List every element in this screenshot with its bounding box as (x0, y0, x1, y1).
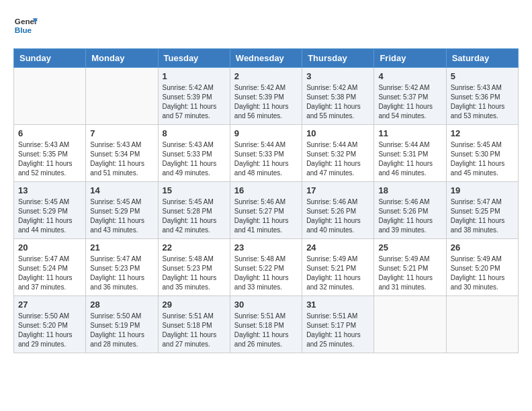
calendar-cell (14, 68, 86, 125)
logo: General Blue (13, 13, 38, 38)
day-info: Sunrise: 5:45 AMSunset: 5:29 PMDaylight:… (90, 197, 153, 235)
weekday-header-monday: Monday (86, 49, 158, 68)
day-number: 22 (163, 242, 226, 253)
calendar-cell: 26Sunrise: 5:49 AMSunset: 5:20 PMDayligh… (446, 239, 518, 296)
day-number: 30 (234, 300, 298, 310)
calendar-cell: 6Sunrise: 5:43 AMSunset: 5:35 PMDaylight… (14, 125, 86, 182)
day-number: 15 (163, 185, 226, 195)
day-number: 8 (163, 128, 226, 138)
day-info: Sunrise: 5:50 AMSunset: 5:19 PMDaylight:… (90, 312, 153, 349)
day-info: Sunrise: 5:42 AMSunset: 5:37 PMDaylight:… (378, 83, 441, 121)
calendar-cell: 30Sunrise: 5:51 AMSunset: 5:18 PMDayligh… (230, 296, 302, 353)
calendar-cell: 2Sunrise: 5:42 AMSunset: 5:39 PMDaylight… (230, 68, 302, 125)
calendar-cell: 29Sunrise: 5:51 AMSunset: 5:18 PMDayligh… (158, 296, 230, 353)
weekday-header-sunday: Sunday (14, 49, 86, 68)
page-header: General Blue (13, 13, 519, 38)
calendar-cell: 1Sunrise: 5:42 AMSunset: 5:39 PMDaylight… (158, 68, 230, 125)
day-number: 19 (451, 185, 514, 195)
day-number: 12 (451, 128, 514, 138)
calendar-cell: 4Sunrise: 5:42 AMSunset: 5:37 PMDaylight… (374, 68, 446, 125)
calendar-cell: 31Sunrise: 5:51 AMSunset: 5:17 PMDayligh… (302, 296, 374, 353)
weekday-header-tuesday: Tuesday (158, 49, 230, 68)
calendar-cell: 17Sunrise: 5:46 AMSunset: 5:26 PMDayligh… (302, 182, 374, 239)
weekday-header-friday: Friday (374, 49, 446, 68)
calendar-cell: 3Sunrise: 5:42 AMSunset: 5:38 PMDaylight… (302, 68, 374, 125)
calendar-cell: 22Sunrise: 5:48 AMSunset: 5:23 PMDayligh… (158, 239, 230, 296)
calendar-cell: 5Sunrise: 5:43 AMSunset: 5:36 PMDaylight… (446, 68, 518, 125)
weekday-header-wednesday: Wednesday (230, 49, 302, 68)
day-info: Sunrise: 5:49 AMSunset: 5:20 PMDaylight:… (451, 255, 514, 292)
day-info: Sunrise: 5:43 AMSunset: 5:35 PMDaylight:… (18, 140, 81, 178)
day-info: Sunrise: 5:47 AMSunset: 5:25 PMDaylight:… (451, 197, 514, 235)
day-number: 4 (378, 71, 441, 81)
day-info: Sunrise: 5:50 AMSunset: 5:20 PMDaylight:… (18, 312, 81, 349)
day-number: 11 (378, 128, 441, 138)
svg-text:Blue: Blue (15, 26, 32, 34)
day-number: 1 (163, 71, 226, 81)
day-number: 23 (234, 242, 298, 253)
day-info: Sunrise: 5:48 AMSunset: 5:23 PMDaylight:… (163, 255, 226, 292)
logo-icon: General Blue (13, 13, 38, 38)
calendar-cell: 19Sunrise: 5:47 AMSunset: 5:25 PMDayligh… (446, 182, 518, 239)
day-info: Sunrise: 5:48 AMSunset: 5:22 PMDaylight:… (234, 255, 298, 292)
day-number: 6 (18, 128, 81, 138)
calendar-cell: 13Sunrise: 5:45 AMSunset: 5:29 PMDayligh… (14, 182, 86, 239)
day-number: 3 (306, 71, 369, 81)
calendar-cell: 12Sunrise: 5:45 AMSunset: 5:30 PMDayligh… (446, 125, 518, 182)
day-number: 14 (90, 185, 153, 195)
calendar-cell: 9Sunrise: 5:44 AMSunset: 5:33 PMDaylight… (230, 125, 302, 182)
day-info: Sunrise: 5:43 AMSunset: 5:33 PMDaylight:… (163, 140, 226, 178)
day-info: Sunrise: 5:42 AMSunset: 5:39 PMDaylight:… (234, 83, 298, 121)
day-number: 16 (234, 185, 298, 195)
day-number: 26 (451, 242, 514, 253)
day-number: 21 (90, 242, 153, 253)
day-number: 10 (306, 128, 369, 138)
day-number: 9 (234, 128, 298, 138)
day-info: Sunrise: 5:46 AMSunset: 5:27 PMDaylight:… (234, 197, 298, 235)
day-info: Sunrise: 5:49 AMSunset: 5:21 PMDaylight:… (378, 255, 441, 292)
calendar-cell: 16Sunrise: 5:46 AMSunset: 5:27 PMDayligh… (230, 182, 302, 239)
calendar-cell (374, 296, 446, 353)
day-info: Sunrise: 5:45 AMSunset: 5:28 PMDaylight:… (163, 197, 226, 235)
day-info: Sunrise: 5:44 AMSunset: 5:31 PMDaylight:… (378, 140, 441, 178)
day-number: 18 (378, 185, 441, 195)
day-info: Sunrise: 5:44 AMSunset: 5:33 PMDaylight:… (234, 140, 298, 178)
day-number: 29 (163, 300, 226, 310)
day-info: Sunrise: 5:51 AMSunset: 5:18 PMDaylight:… (163, 312, 226, 349)
calendar-cell: 28Sunrise: 5:50 AMSunset: 5:19 PMDayligh… (86, 296, 158, 353)
weekday-header-saturday: Saturday (446, 49, 518, 68)
calendar-cell: 23Sunrise: 5:48 AMSunset: 5:22 PMDayligh… (230, 239, 302, 296)
day-info: Sunrise: 5:42 AMSunset: 5:38 PMDaylight:… (306, 83, 369, 121)
calendar-cell: 15Sunrise: 5:45 AMSunset: 5:28 PMDayligh… (158, 182, 230, 239)
day-number: 5 (451, 71, 514, 81)
day-number: 2 (234, 71, 298, 81)
day-info: Sunrise: 5:47 AMSunset: 5:23 PMDaylight:… (90, 255, 153, 292)
calendar-cell: 11Sunrise: 5:44 AMSunset: 5:31 PMDayligh… (374, 125, 446, 182)
calendar-cell: 18Sunrise: 5:46 AMSunset: 5:26 PMDayligh… (374, 182, 446, 239)
day-number: 27 (18, 300, 81, 310)
day-info: Sunrise: 5:44 AMSunset: 5:32 PMDaylight:… (306, 140, 369, 178)
day-number: 7 (90, 128, 153, 138)
day-number: 31 (306, 300, 369, 310)
day-info: Sunrise: 5:49 AMSunset: 5:21 PMDaylight:… (306, 255, 369, 292)
calendar-cell: 7Sunrise: 5:43 AMSunset: 5:34 PMDaylight… (86, 125, 158, 182)
calendar-cell: 10Sunrise: 5:44 AMSunset: 5:32 PMDayligh… (302, 125, 374, 182)
day-info: Sunrise: 5:43 AMSunset: 5:36 PMDaylight:… (451, 83, 514, 121)
day-info: Sunrise: 5:45 AMSunset: 5:29 PMDaylight:… (18, 197, 81, 235)
calendar-cell: 27Sunrise: 5:50 AMSunset: 5:20 PMDayligh… (14, 296, 86, 353)
calendar-cell: 14Sunrise: 5:45 AMSunset: 5:29 PMDayligh… (86, 182, 158, 239)
day-info: Sunrise: 5:45 AMSunset: 5:30 PMDaylight:… (451, 140, 514, 178)
calendar-table: SundayMondayTuesdayWednesdayThursdayFrid… (13, 48, 519, 353)
calendar-cell: 8Sunrise: 5:43 AMSunset: 5:33 PMDaylight… (158, 125, 230, 182)
day-info: Sunrise: 5:51 AMSunset: 5:17 PMDaylight:… (306, 312, 369, 349)
day-info: Sunrise: 5:46 AMSunset: 5:26 PMDaylight:… (378, 197, 441, 235)
day-info: Sunrise: 5:51 AMSunset: 5:18 PMDaylight:… (234, 312, 298, 349)
calendar-cell: 21Sunrise: 5:47 AMSunset: 5:23 PMDayligh… (86, 239, 158, 296)
weekday-header-thursday: Thursday (302, 49, 374, 68)
day-info: Sunrise: 5:46 AMSunset: 5:26 PMDaylight:… (306, 197, 369, 235)
calendar-cell: 25Sunrise: 5:49 AMSunset: 5:21 PMDayligh… (374, 239, 446, 296)
calendar-cell: 24Sunrise: 5:49 AMSunset: 5:21 PMDayligh… (302, 239, 374, 296)
day-info: Sunrise: 5:47 AMSunset: 5:24 PMDaylight:… (18, 255, 81, 292)
day-number: 20 (18, 242, 81, 253)
day-number: 17 (306, 185, 369, 195)
